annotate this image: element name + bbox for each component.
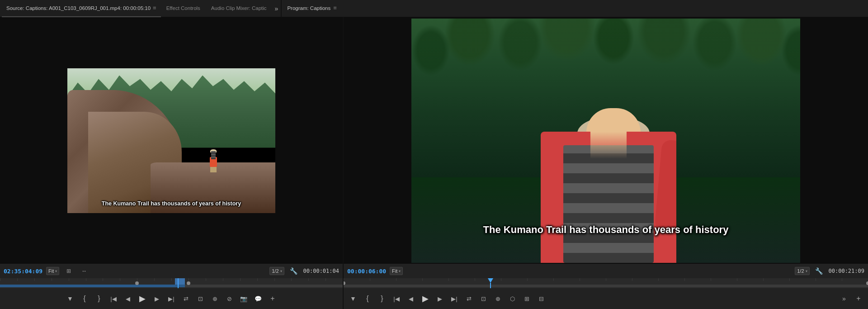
left-tab-overflow[interactable]: » bbox=[272, 5, 281, 12]
audio-clip-mixer-tab[interactable]: Audio Clip Mixer: Captic bbox=[206, 0, 272, 17]
source-step-fwd-btn[interactable]: ▶ bbox=[151, 293, 163, 304]
source-settings-btn[interactable]: 🔧 bbox=[288, 265, 300, 277]
program-multiview-btn[interactable]: ⊟ bbox=[535, 293, 547, 304]
source-video-frame: The Kumano Trail has thousands of years … bbox=[67, 68, 275, 213]
program-step-fwd-btn[interactable]: ▶ bbox=[434, 293, 446, 304]
program-range-end[interactable] bbox=[866, 281, 868, 285]
program-go-to-out-btn[interactable]: ▶| bbox=[448, 293, 460, 304]
source-go-to-out-btn[interactable]: ▶| bbox=[165, 293, 177, 304]
source-step-back-btn[interactable]: ◀ bbox=[122, 293, 134, 304]
program-play-btn[interactable]: ▶ bbox=[420, 293, 431, 304]
source-add-btn[interactable]: + bbox=[267, 293, 278, 304]
source-controls-bar: 02:35:04:09 Fit ▾ ⊞ ↔ 1/2 ▾ 🔧 00:00:01:0… bbox=[0, 264, 343, 278]
source-tab[interactable]: Source: Captions: A001_C103_0609RJ_001.m… bbox=[2, 0, 161, 17]
source-fit-dropdown[interactable]: Fit ▾ bbox=[46, 267, 59, 275]
source-insert-btn[interactable]: ⊕ bbox=[209, 293, 221, 304]
source-mark-in-btn[interactable]: { bbox=[79, 293, 90, 304]
program-caption-text: The Kumano Trail has thousands of years … bbox=[483, 224, 729, 236]
program-tab[interactable]: Program: Captions ≡ bbox=[282, 0, 342, 17]
source-scrubber[interactable] bbox=[0, 278, 343, 288]
program-export-frame-btn[interactable]: ⊞ bbox=[521, 293, 533, 304]
source-play-btn[interactable]: ▶ bbox=[137, 293, 148, 304]
source-adjust-btn[interactable]: ↔ bbox=[78, 265, 90, 277]
program-mark-out-btn[interactable]: } bbox=[376, 293, 388, 304]
source-layout-btn[interactable]: ⊞ bbox=[63, 265, 75, 277]
source-in-point[interactable] bbox=[135, 281, 139, 285]
source-caption-text: The Kumano Trail has thousands of years … bbox=[102, 200, 241, 207]
program-video-frame: The Kumano Trail has thousands of years … bbox=[411, 19, 800, 263]
source-duration: 00:00:01:04 bbox=[303, 268, 339, 274]
program-insert-btn[interactable]: ⊕ bbox=[492, 293, 504, 304]
program-step-back-btn[interactable]: ◀ bbox=[405, 293, 417, 304]
source-safe-margins-btn[interactable]: ⊡ bbox=[194, 293, 206, 304]
program-scrubber[interactable] bbox=[344, 278, 868, 288]
program-go-to-in-btn[interactable]: |◀ bbox=[391, 293, 402, 304]
program-mark-in-btn[interactable]: { bbox=[362, 293, 373, 304]
source-out-point[interactable] bbox=[187, 281, 190, 285]
effect-controls-tab-label: Effect Controls bbox=[166, 5, 200, 11]
program-transport-bar: ▼ { } |◀ ◀ ▶ ▶ ▶| ⇄ ⊡ ⊕ ⬡ ⊞ ⊟ » + bbox=[344, 288, 868, 309]
program-lift-btn[interactable]: ⬡ bbox=[506, 293, 518, 304]
effect-controls-tab[interactable]: Effect Controls bbox=[161, 0, 206, 17]
source-go-to-in-btn[interactable]: |◀ bbox=[108, 293, 119, 304]
program-fit-dropdown[interactable]: Fit ▾ bbox=[390, 267, 403, 275]
source-tab-menu-icon[interactable]: ≡ bbox=[153, 5, 156, 11]
source-loop-btn[interactable]: ⇄ bbox=[180, 293, 192, 304]
source-mark-out-btn[interactable]: } bbox=[93, 293, 105, 304]
program-tab-menu-icon[interactable]: ≡ bbox=[333, 5, 337, 11]
source-overwrite-btn[interactable]: ⊘ bbox=[223, 293, 235, 304]
program-marker-btn[interactable]: ▼ bbox=[347, 293, 359, 304]
program-tab-label: Program: Captions bbox=[287, 5, 330, 11]
program-add-btn[interactable]: + bbox=[853, 293, 864, 304]
program-duration: 00:00:21:09 bbox=[829, 268, 864, 274]
source-transport-bar: ▼ { } |◀ ◀ ▶ ▶ ▶| ⇄ ⊡ ⊕ ⊘ 📷 💬 + bbox=[0, 288, 343, 309]
program-controls-bar: 00:00:06:00 Fit ▾ 1/2 ▾ 🔧 00:00:21:09 bbox=[344, 264, 868, 278]
source-timecode: 02:35:04:09 bbox=[4, 268, 42, 275]
program-loop-btn[interactable]: ⇄ bbox=[463, 293, 475, 304]
program-resolution-dropdown[interactable]: 1/2 ▾ bbox=[795, 267, 809, 275]
audio-clip-mixer-tab-label: Audio Clip Mixer: Captic bbox=[211, 5, 267, 11]
source-marker-btn[interactable]: ▼ bbox=[64, 293, 76, 304]
source-caption-btn[interactable]: 💬 bbox=[252, 293, 264, 304]
source-export-frame-btn[interactable]: 📷 bbox=[238, 293, 250, 304]
program-overflow-btn[interactable]: » bbox=[838, 293, 850, 304]
program-safe-margins-btn[interactable]: ⊡ bbox=[477, 293, 489, 304]
program-timecode: 00:00:06:00 bbox=[347, 268, 386, 275]
program-settings-btn[interactable]: 🔧 bbox=[813, 265, 825, 277]
source-resolution-dropdown[interactable]: 1/2 ▾ bbox=[269, 267, 284, 275]
program-playhead[interactable] bbox=[488, 278, 493, 283]
source-tab-label: Source: Captions: A001_C103_0609RJ_001.m… bbox=[6, 5, 151, 11]
